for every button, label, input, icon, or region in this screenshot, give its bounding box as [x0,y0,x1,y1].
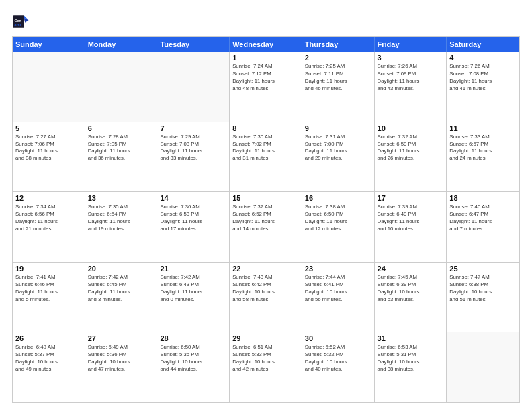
day-number: 15 [232,194,299,202]
cell-info: Sunrise: 7:37 AM Sunset: 6:52 PM Dayligh… [232,203,299,233]
day-number: 17 [378,194,444,202]
cal-cell: 16Sunrise: 7:38 AM Sunset: 6:50 PM Dayli… [302,192,375,262]
cal-cell: 29Sunrise: 6:51 AM Sunset: 5:33 PM Dayli… [230,332,302,402]
day-number: 16 [305,194,371,202]
header-day-thursday: Thursday [302,37,375,52]
cell-info: Sunrise: 6:53 AM Sunset: 5:31 PM Dayligh… [378,344,444,373]
day-number: 24 [378,265,444,273]
cal-cell: 25Sunrise: 7:47 AM Sunset: 6:38 PM Dayli… [447,263,519,332]
cal-cell: 23Sunrise: 7:44 AM Sunset: 6:41 PM Dayli… [302,263,375,332]
day-number: 6 [88,124,154,132]
day-number: 10 [378,124,444,132]
day-number: 22 [232,265,299,273]
cal-cell [447,332,519,402]
svg-text:eral: eral [15,23,21,27]
cell-info: Sunrise: 7:39 AM Sunset: 6:49 PM Dayligh… [378,203,444,233]
day-number: 31 [378,334,444,342]
cell-info: Sunrise: 6:50 AM Sunset: 5:35 PM Dayligh… [160,344,226,373]
cal-cell: 1Sunrise: 7:24 AM Sunset: 7:12 PM Daylig… [230,52,302,122]
cell-info: Sunrise: 7:26 AM Sunset: 7:08 PM Dayligh… [449,63,517,93]
cell-info: Sunrise: 7:27 AM Sunset: 7:06 PM Dayligh… [15,134,82,163]
day-number: 28 [160,334,226,342]
cell-info: Sunrise: 7:43 AM Sunset: 6:42 PM Dayligh… [232,274,299,304]
cell-info: Sunrise: 7:24 AM Sunset: 7:12 PM Dayligh… [232,63,299,93]
cal-cell: 19Sunrise: 7:41 AM Sunset: 6:46 PM Dayli… [13,263,85,332]
cell-info: Sunrise: 7:41 AM Sunset: 6:46 PM Dayligh… [15,274,82,304]
day-number: 13 [88,194,154,202]
cal-cell: 11Sunrise: 7:33 AM Sunset: 6:57 PM Dayli… [447,122,519,192]
cell-info: Sunrise: 6:49 AM Sunset: 5:36 PM Dayligh… [88,344,154,373]
day-number: 7 [160,124,226,132]
cell-info: Sunrise: 7:35 AM Sunset: 6:54 PM Dayligh… [88,203,154,233]
cal-cell: 18Sunrise: 7:40 AM Sunset: 6:47 PM Dayli… [447,192,519,262]
cal-cell: 27Sunrise: 6:49 AM Sunset: 5:36 PM Dayli… [85,332,158,402]
day-number: 27 [88,334,154,342]
cal-cell: 10Sunrise: 7:32 AM Sunset: 6:59 PM Dayli… [375,122,447,192]
cal-row-2: 5Sunrise: 7:27 AM Sunset: 7:06 PM Daylig… [13,122,519,192]
cal-cell: 15Sunrise: 7:37 AM Sunset: 6:52 PM Dayli… [230,192,302,262]
day-number: 9 [305,124,371,132]
cal-cell [85,52,158,122]
logo-icon: Gen eral [12,12,31,31]
cal-cell: 5Sunrise: 7:27 AM Sunset: 7:06 PM Daylig… [13,122,85,192]
header: Gen eral [12,12,520,31]
cal-cell: 7Sunrise: 7:29 AM Sunset: 7:03 PM Daylig… [157,122,230,192]
cal-cell: 24Sunrise: 7:45 AM Sunset: 6:39 PM Dayli… [375,263,447,332]
cal-cell: 22Sunrise: 7:43 AM Sunset: 6:42 PM Dayli… [230,263,302,332]
cal-cell: 28Sunrise: 6:50 AM Sunset: 5:35 PM Dayli… [157,332,230,402]
cal-row-5: 26Sunrise: 6:48 AM Sunset: 5:37 PM Dayli… [13,332,519,402]
cal-cell: 21Sunrise: 7:42 AM Sunset: 6:43 PM Dayli… [157,263,230,332]
cal-cell: 6Sunrise: 7:28 AM Sunset: 7:05 PM Daylig… [85,122,158,192]
cal-cell: 12Sunrise: 7:34 AM Sunset: 6:56 PM Dayli… [13,192,85,262]
calendar: SundayMondayTuesdayWednesdayThursdayFrid… [12,36,520,403]
day-number: 3 [378,54,444,62]
header-day-sunday: Sunday [13,37,85,52]
calendar-header: SundayMondayTuesdayWednesdayThursdayFrid… [13,37,519,52]
header-day-saturday: Saturday [447,37,519,52]
cal-cell: 17Sunrise: 7:39 AM Sunset: 6:49 PM Dayli… [375,192,447,262]
day-number: 4 [449,54,517,62]
day-number: 12 [15,194,82,202]
cal-cell: 30Sunrise: 6:52 AM Sunset: 5:32 PM Dayli… [302,332,375,402]
cal-cell: 4Sunrise: 7:26 AM Sunset: 7:08 PM Daylig… [447,52,519,122]
day-number: 30 [305,334,371,342]
cell-info: Sunrise: 7:30 AM Sunset: 7:02 PM Dayligh… [232,134,299,163]
header-day-wednesday: Wednesday [230,37,302,52]
cal-cell: 14Sunrise: 7:36 AM Sunset: 6:53 PM Dayli… [157,192,230,262]
cell-info: Sunrise: 7:47 AM Sunset: 6:38 PM Dayligh… [449,274,517,304]
cal-cell: 13Sunrise: 7:35 AM Sunset: 6:54 PM Dayli… [85,192,158,262]
cell-info: Sunrise: 7:26 AM Sunset: 7:09 PM Dayligh… [378,63,444,93]
page: Gen eral SundayMondayTuesdayWednesdayThu… [0,0,532,411]
cell-info: Sunrise: 7:33 AM Sunset: 6:57 PM Dayligh… [449,134,517,163]
cell-info: Sunrise: 7:32 AM Sunset: 6:59 PM Dayligh… [378,134,444,163]
day-number: 1 [232,54,299,62]
cal-cell: 31Sunrise: 6:53 AM Sunset: 5:31 PM Dayli… [375,332,447,402]
cell-info: Sunrise: 6:51 AM Sunset: 5:33 PM Dayligh… [232,344,299,373]
cal-cell [13,52,85,122]
cell-info: Sunrise: 7:29 AM Sunset: 7:03 PM Dayligh… [160,134,226,163]
day-number: 26 [15,334,82,342]
cal-cell: 9Sunrise: 7:31 AM Sunset: 7:00 PM Daylig… [302,122,375,192]
day-number: 11 [449,124,517,132]
cal-cell: 8Sunrise: 7:30 AM Sunset: 7:02 PM Daylig… [230,122,302,192]
header-day-monday: Monday [85,37,158,52]
day-number: 23 [305,265,371,273]
cell-info: Sunrise: 7:42 AM Sunset: 6:45 PM Dayligh… [88,274,154,304]
cell-info: Sunrise: 7:45 AM Sunset: 6:39 PM Dayligh… [378,274,444,304]
header-day-friday: Friday [375,37,447,52]
calendar-body: 1Sunrise: 7:24 AM Sunset: 7:12 PM Daylig… [13,52,519,402]
svg-text:Gen: Gen [15,19,21,23]
cal-cell: 26Sunrise: 6:48 AM Sunset: 5:37 PM Dayli… [13,332,85,402]
cal-row-3: 12Sunrise: 7:34 AM Sunset: 6:56 PM Dayli… [13,191,519,262]
day-number: 21 [160,265,226,273]
cal-cell: 2Sunrise: 7:25 AM Sunset: 7:11 PM Daylig… [302,52,375,122]
day-number: 8 [232,124,299,132]
day-number: 18 [449,194,517,202]
cell-info: Sunrise: 7:31 AM Sunset: 7:00 PM Dayligh… [305,134,371,163]
day-number: 14 [160,194,226,202]
cell-info: Sunrise: 7:38 AM Sunset: 6:50 PM Dayligh… [305,203,371,233]
day-number: 25 [449,265,517,273]
cell-info: Sunrise: 7:36 AM Sunset: 6:53 PM Dayligh… [160,203,226,233]
cell-info: Sunrise: 7:42 AM Sunset: 6:43 PM Dayligh… [160,274,226,304]
cell-info: Sunrise: 7:44 AM Sunset: 6:41 PM Dayligh… [305,274,371,304]
